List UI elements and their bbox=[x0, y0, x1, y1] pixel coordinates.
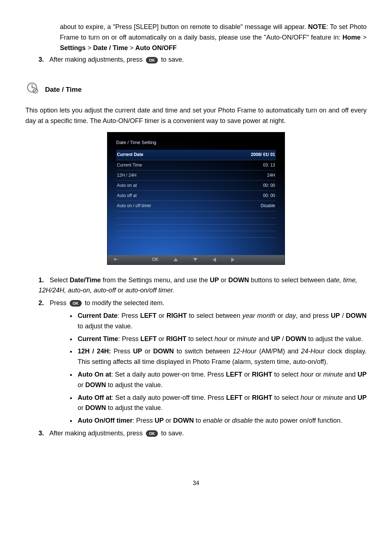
top-step-3: 3. After making adjustments, press OK to… bbox=[38, 54, 367, 65]
row-label: Auto on at bbox=[116, 180, 209, 190]
bullet-current-date: Current Date: Press LEFT or RIGHT to sel… bbox=[76, 311, 367, 332]
row-label: Current Date bbox=[116, 150, 209, 160]
step-number: 3. bbox=[38, 54, 48, 65]
ok-button-icon: OK bbox=[70, 300, 82, 307]
step-number: 3. bbox=[38, 428, 48, 439]
row-value: Disable bbox=[209, 201, 276, 211]
svg-point-4 bbox=[34, 90, 36, 92]
row-auto-timer[interactable]: Auto on / off timer Disable bbox=[116, 201, 276, 211]
step-number: 1. bbox=[38, 275, 48, 286]
row-label: Current Time bbox=[116, 160, 209, 170]
step3-pre: After making adjustments, press bbox=[49, 56, 144, 63]
note-label: NOTE bbox=[308, 23, 326, 30]
page-number: 34 bbox=[25, 479, 367, 488]
section-title: Date / Time bbox=[45, 84, 82, 95]
intro-text-a: about to expire, a "Press [SLEEP] button… bbox=[60, 23, 308, 30]
down-arrow-icon[interactable] bbox=[193, 258, 197, 261]
step-3: 3. After making adjustments, press OK to… bbox=[38, 428, 367, 439]
ok-button-icon: OK bbox=[146, 430, 158, 437]
blank-row bbox=[116, 211, 276, 218]
section-description: This option lets you adjust the current … bbox=[25, 105, 367, 126]
row-current-time[interactable]: Current Time 03: 13 bbox=[116, 160, 276, 170]
bullet-auto-off: Auto Off at: Set a daily auto power-off … bbox=[76, 393, 367, 414]
bullet-list: Current Date: Press LEFT or RIGHT to sel… bbox=[76, 311, 367, 426]
screenshot-main: Date / Time Setting Current Date 2008/ 0… bbox=[107, 132, 285, 255]
svg-line-12 bbox=[33, 93, 34, 93]
back-icon[interactable]: ⇤ bbox=[114, 256, 118, 263]
blank-row bbox=[116, 224, 276, 231]
page-content: about to expire, a "Press [SLEEP] button… bbox=[25, 22, 367, 488]
bullet-12h-24h: 12H / 24H: Press UP or DOWN to switch be… bbox=[76, 346, 367, 367]
row-current-date[interactable]: Current Date 2008/ 01/ 01 bbox=[116, 150, 276, 160]
step-1: 1. Select Date/Time from the Settings me… bbox=[38, 275, 367, 296]
row-value: 2008/ 01/ 01 bbox=[209, 150, 276, 160]
right-arrow-icon[interactable] bbox=[231, 258, 234, 262]
bullet-auto-timer: Auto On/Off timer: Press UP or DOWN to e… bbox=[76, 415, 367, 426]
left-arrow-icon[interactable] bbox=[213, 258, 216, 262]
screenshot-wrapper: Date / Time Setting Current Date 2008/ 0… bbox=[25, 132, 367, 265]
datetime-screenshot: Date / Time Setting Current Date 2008/ 0… bbox=[107, 132, 285, 265]
row-value: 00: 00 bbox=[209, 191, 276, 201]
up-arrow-icon[interactable] bbox=[173, 258, 178, 261]
row-label: Auto off at bbox=[116, 191, 209, 201]
top-step-list: 3. After making adjustments, press OK to… bbox=[25, 54, 367, 65]
path-home: Home bbox=[343, 34, 361, 41]
row-auto-on[interactable]: Auto on at 00: 00 bbox=[116, 180, 276, 190]
screenshot-nav-bar: ⇤ OK bbox=[107, 255, 285, 264]
svg-line-9 bbox=[37, 93, 38, 93]
row-auto-off[interactable]: Auto off at 00: 00 bbox=[116, 191, 276, 201]
row-12h-24h[interactable]: 12H / 24H 24H bbox=[116, 170, 276, 180]
nav-ok-label[interactable]: OK bbox=[152, 256, 158, 263]
bullet-current-time: Current Time: Press LEFT or RIGHT to sel… bbox=[76, 334, 367, 344]
row-value: 03: 13 bbox=[209, 160, 276, 170]
section-header: Date / Time bbox=[25, 81, 367, 99]
bullet-auto-on: Auto On at: Set a daily auto power-on ti… bbox=[76, 369, 367, 390]
row-label: Auto on / off timer bbox=[116, 201, 209, 211]
path-datetime: Date / Time bbox=[93, 44, 128, 52]
screenshot-title: Date / Time Setting bbox=[116, 139, 276, 147]
step3-post: to save. bbox=[161, 56, 184, 63]
settings-table: Current Date 2008/ 01/ 01 Current Time 0… bbox=[116, 150, 276, 237]
path-settings: Settings bbox=[60, 44, 86, 52]
svg-line-10 bbox=[33, 89, 34, 90]
path-auto: Auto ON/OFF bbox=[135, 44, 177, 52]
blank-row bbox=[116, 218, 276, 224]
blank-row bbox=[116, 231, 276, 237]
ok-button-icon: OK bbox=[146, 57, 158, 63]
row-label: 12H / 24H bbox=[116, 170, 209, 180]
clock-gear-icon bbox=[25, 81, 40, 99]
intro-paragraph: about to expire, a "Press [SLEEP] button… bbox=[60, 22, 367, 53]
step-number: 2. bbox=[38, 298, 48, 308]
steps-list: 1. Select Date/Time from the Settings me… bbox=[38, 275, 367, 439]
svg-line-11 bbox=[37, 89, 38, 90]
row-value: 00: 00 bbox=[209, 180, 276, 190]
step-2: 2. Press OK to modify the selected item.… bbox=[38, 298, 367, 426]
row-value: 24H bbox=[209, 170, 276, 180]
